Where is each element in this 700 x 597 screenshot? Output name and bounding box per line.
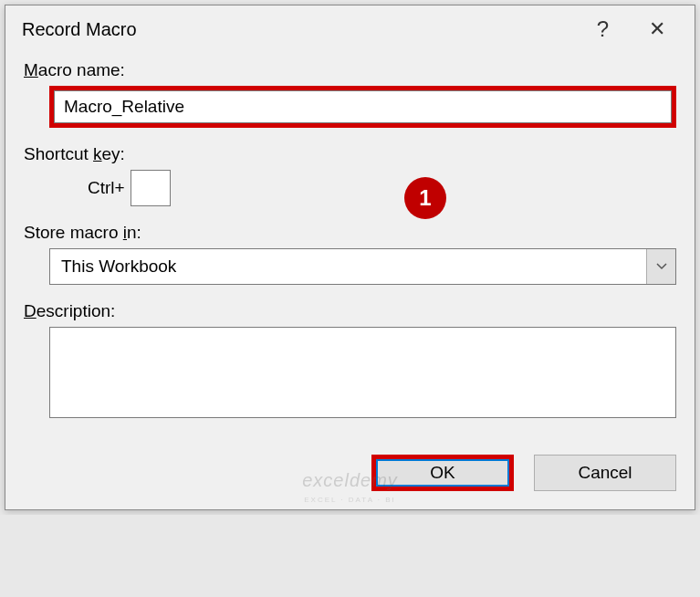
button-row: OK Cancel — [24, 455, 676, 491]
description-input[interactable] — [49, 327, 676, 418]
store-macro-select[interactable]: This Workbook — [49, 248, 676, 285]
ok-button[interactable]: OK — [376, 459, 509, 487]
cancel-button[interactable]: Cancel — [534, 455, 676, 491]
store-macro-group: Store macro in: This Workbook — [24, 223, 676, 285]
description-wrap — [49, 327, 676, 422]
callout-badge-1: 1 — [404, 177, 446, 219]
ctrl-prefix-label: Ctrl+ — [88, 178, 125, 198]
store-macro-value: This Workbook — [50, 251, 187, 282]
ok-button-highlight: OK — [371, 455, 514, 491]
shortcut-key-group: Shortcut key: Ctrl+ — [24, 144, 676, 206]
description-label: Description: — [24, 301, 676, 321]
dialog-title: Record Macro — [22, 19, 137, 40]
shortcut-key-label: Shortcut key: — [24, 144, 676, 164]
titlebar: Record Macro ? ✕ — [5, 5, 695, 53]
macro-name-label: Macro name: — [24, 60, 676, 80]
shortcut-key-input[interactable] — [131, 170, 171, 206]
macro-name-group: Macro name: — [24, 60, 676, 128]
help-button[interactable]: ? — [590, 15, 616, 44]
chevron-down-icon — [646, 249, 675, 284]
record-macro-dialog: Record Macro ? ✕ Macro name: Shortcut ke… — [5, 5, 695, 510]
close-button[interactable]: ✕ — [642, 16, 673, 43]
description-group: Description: — [24, 301, 676, 422]
store-macro-select-wrap: This Workbook — [49, 248, 676, 285]
macro-name-highlight — [49, 86, 676, 128]
shortcut-row: Ctrl+ — [88, 170, 676, 206]
titlebar-buttons: ? ✕ — [590, 15, 687, 44]
macro-name-input[interactable] — [54, 90, 672, 123]
store-macro-label: Store macro in: — [24, 223, 676, 243]
dialog-content: Macro name: Shortcut key: Ctrl+ Store ma… — [5, 53, 695, 509]
